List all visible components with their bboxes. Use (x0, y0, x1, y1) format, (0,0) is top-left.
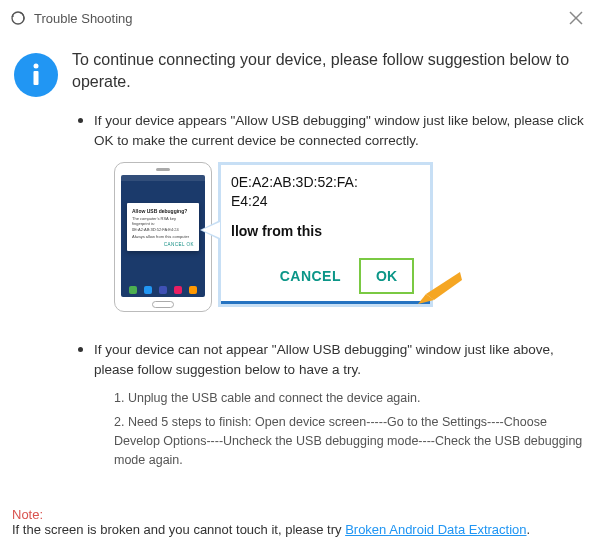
close-button[interactable] (564, 6, 588, 30)
app-icon (10, 10, 26, 26)
broken-android-link[interactable]: Broken Android Data Extraction (345, 522, 526, 537)
note-label: Note: (12, 507, 43, 522)
list-item: If your device can not appear "Allow USB… (94, 340, 588, 471)
content: To continue connecting your device, plea… (0, 37, 600, 489)
step-2: 2. Need 5 steps to finish: Open device s… (114, 413, 588, 471)
zoom-mac-line1: 0E:A2:AB:3D:52:FA: (231, 173, 420, 192)
titlebar: Trouble Shooting (0, 0, 600, 37)
footer-text-before: If the screen is broken and you cannot t… (12, 522, 345, 537)
bullet-2-text: If your device can not appear "Allow USB… (94, 340, 588, 379)
phone-screen: Allow USB debugging? The computer's RSA … (121, 175, 205, 297)
step-1: 1. Unplug the USB cable and connect the … (114, 389, 588, 408)
bullet-1-text: If your device appears "Allow USB debugg… (94, 111, 588, 150)
close-icon (569, 11, 583, 25)
svg-rect-5 (34, 71, 39, 85)
header-row: To continue connecting your device, plea… (12, 49, 588, 97)
dialog-check: Always allow from this computer (132, 234, 194, 239)
dialog-actions: CANCEL OK (132, 242, 194, 247)
phone-dock (121, 283, 205, 297)
window-title: Trouble Shooting (34, 11, 133, 26)
svg-point-4 (34, 64, 39, 69)
instruction-list: If your device appears "Allow USB debugg… (68, 111, 588, 471)
footer-note: Note: If the screen is broken and you ca… (12, 507, 588, 537)
phone-dialog: Allow USB debugging? The computer's RSA … (127, 203, 199, 251)
zoom-mac-line2: E4:24 (231, 192, 420, 211)
dialog-title: Allow USB debugging? (132, 208, 194, 214)
zoom-cancel-button: CANCEL (280, 268, 341, 284)
zoom-ok-button: OK (359, 258, 414, 294)
zoom-panel: 0E:A2:AB:3D:52:FA: E4:24 llow from this … (218, 162, 433, 307)
dialog-body: The computer's RSA key fingerprint is: 0… (132, 216, 194, 232)
headline-text: To continue connecting your device, plea… (72, 49, 588, 94)
phone-mockup: Allow USB debugging? The computer's RSA … (114, 162, 212, 312)
titlebar-left: Trouble Shooting (10, 10, 133, 26)
steps: 1. Unplug the USB cable and connect the … (114, 389, 588, 471)
callout-pointer (200, 220, 220, 240)
zoom-body-text: llow from this (231, 223, 420, 239)
list-item: If your device appears "Allow USB debugg… (94, 111, 588, 312)
zoom-actions: CANCEL OK (280, 258, 414, 294)
footer-text-after: . (527, 522, 531, 537)
phone-home-button (152, 301, 174, 308)
illustration: Allow USB debugging? The computer's RSA … (114, 162, 434, 312)
info-icon (14, 53, 58, 97)
